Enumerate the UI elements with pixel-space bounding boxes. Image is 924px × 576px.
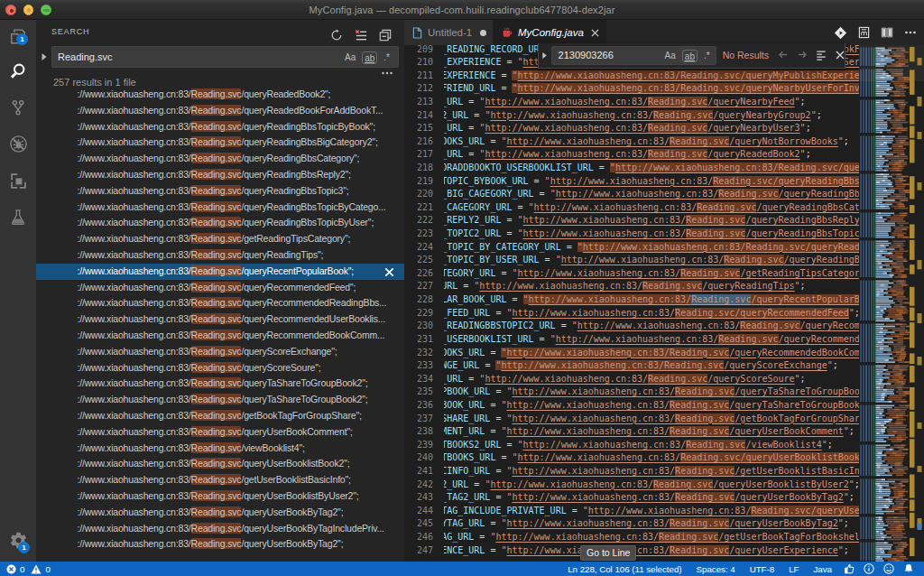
search-result-row[interactable]: ://www.xiaohuasheng.cn:83/Reading.svc/qu… xyxy=(36,135,404,151)
activity-item-extensions[interactable] xyxy=(0,163,36,199)
search-result-row[interactable]: ://www.xiaohuasheng.cn:83/Reading.svc/qu… xyxy=(36,328,404,344)
line-number: 233 xyxy=(417,359,433,373)
split-editor-icon[interactable] xyxy=(881,26,893,39)
search-result-row[interactable]: ://www.xiaohuasheng.cn:83/Reading.svc/qu… xyxy=(36,103,404,119)
code-line: MENT_URL = "http://www.xiaohuasheng.cn:8… xyxy=(444,425,855,439)
toggle-replace-chevron-icon[interactable] xyxy=(38,50,51,64)
clear-search-results-icon[interactable] xyxy=(353,23,369,47)
refresh-icon[interactable] xyxy=(328,23,345,47)
code-line: 2_URL = "http://www.xiaohuasheng.cn:83/R… xyxy=(444,109,822,123)
language-status[interactable]: Java xyxy=(807,564,840,574)
smiley-icon[interactable] xyxy=(879,563,899,574)
match-highlight: Reading.svc xyxy=(191,458,242,469)
result-text-suffix: /queryRecentPopularBook"; xyxy=(241,265,354,276)
match-highlight: Reading.svc xyxy=(191,121,242,132)
result-text-suffix: /queryReadingBbsCategory"; xyxy=(241,153,359,163)
search-result-row[interactable]: ://www.xiaohuasheng.cn:83/Reading.svc/ge… xyxy=(36,472,404,488)
result-text-prefix: ://www.xiaohuasheng.cn:83/ xyxy=(78,458,191,469)
info-icon[interactable] xyxy=(859,563,879,574)
activity-item-debug[interactable] xyxy=(0,126,36,163)
search-result-row[interactable]: ://www.xiaohuasheng.cn:83/Reading.svc/qu… xyxy=(36,488,404,505)
run-icon[interactable] xyxy=(834,26,847,40)
result-text-suffix: /queryReadingBbsTopicByCatego... xyxy=(241,201,385,212)
activity-item-test-explorer[interactable] xyxy=(0,200,36,236)
search-result-row[interactable]: ://www.xiaohuasheng.cn:83/Reading.svc/qu… xyxy=(36,344,404,360)
search-result-row[interactable]: ://www.xiaohuasheng.cn:83/Reading.svc/qu… xyxy=(36,87,404,103)
search-result-row[interactable]: ://www.xiaohuasheng.cn:83/Reading.svc/qu… xyxy=(36,167,404,183)
search-result-row[interactable]: ://www.xiaohuasheng.cn:83/Reading.svc/qu… xyxy=(36,392,404,408)
search-result-row[interactable]: ://www.xiaohuasheng.cn:83/Reading.svc/qu… xyxy=(36,295,404,311)
line-number: 215 xyxy=(417,122,433,135)
search-result-row[interactable]: ://www.xiaohuasheng.cn:83/Reading.svc/qu… xyxy=(36,536,404,553)
search-result-row[interactable]: ://www.xiaohuasheng.cn:83/Reading.svc/ge… xyxy=(36,408,404,424)
search-result-row[interactable]: ://www.xiaohuasheng.cn:83/Reading.svc/qu… xyxy=(36,456,404,472)
minimap[interactable] xyxy=(859,45,924,562)
search-result-row[interactable]: ://www.xiaohuasheng.cn:83/Reading.svc/qu… xyxy=(36,424,404,441)
activity-item-source-control[interactable] xyxy=(0,89,36,125)
next-match-icon[interactable] xyxy=(797,47,808,63)
search-result-row[interactable]: ://www.xiaohuasheng.cn:83/Reading.svc/qu… xyxy=(36,247,404,264)
search-result-row[interactable]: ://www.xiaohuasheng.cn:83/Reading.svc/qu… xyxy=(36,505,404,521)
code-line: 2_URL = "http://www.xiaohuasheng.cn:83/R… xyxy=(444,478,859,492)
open-preview-icon[interactable] xyxy=(858,26,870,39)
find-input[interactable]: 2130903266 Aa ab .* xyxy=(551,46,716,65)
close-icon[interactable] xyxy=(836,51,845,60)
result-text-prefix: ://www.xiaohuasheng.cn:83/ xyxy=(78,265,191,276)
line-number: 235 xyxy=(417,386,433,399)
java-icon xyxy=(502,27,513,38)
search-result-row[interactable]: ://www.xiaohuasheng.cn:83/Reading.svc/qu… xyxy=(36,200,404,216)
search-result-row[interactable]: ://www.xiaohuasheng.cn:83/Reading.svc/qu… xyxy=(36,311,404,328)
tab-label: Untitled-1 xyxy=(428,27,472,38)
activity-item-settings[interactable]: 1 xyxy=(0,522,36,558)
more-actions-icon[interactable] xyxy=(381,66,395,77)
previous-match-icon[interactable] xyxy=(778,47,789,63)
more-actions-icon[interactable] xyxy=(904,27,917,38)
indentation-status[interactable]: Spaces: 4 xyxy=(689,564,743,574)
code-line: AG_URL = "http://www.xiaohuasheng.cn:83/… xyxy=(444,531,859,544)
close-tab-icon[interactable] xyxy=(591,29,599,37)
modified-dot-icon[interactable] xyxy=(480,30,486,36)
search-result-row[interactable]: ://www.xiaohuasheng.cn:83/Reading.svc/qu… xyxy=(36,376,404,392)
regex-toggle[interactable]: .* xyxy=(383,51,391,64)
tab-untitled-1[interactable]: Untitled-1 xyxy=(404,20,494,45)
match-case-toggle[interactable]: Aa xyxy=(344,51,356,64)
find-in-selection-icon[interactable] xyxy=(816,50,827,60)
search-result-row[interactable]: ://www.xiaohuasheng.cn:83/Reading.svc/qu… xyxy=(36,280,404,296)
line-number: 237 xyxy=(417,413,433,426)
result-text-prefix: ://www.xiaohuasheng.cn:83/ xyxy=(78,297,191,308)
regex-toggle[interactable]: .* xyxy=(703,50,711,62)
search-result-row[interactable]: ://www.xiaohuasheng.cn:83/Reading.svc/vi… xyxy=(36,441,404,457)
encoding-status[interactable]: UTF-8 xyxy=(743,564,782,574)
activity-item-explorer[interactable]: 1 xyxy=(0,18,36,54)
bell-icon[interactable] xyxy=(899,563,919,574)
search-result-row[interactable]: ://www.xiaohuasheng.cn:83/Reading.svc/qu… xyxy=(36,151,404,167)
feedback-icon[interactable] xyxy=(839,563,859,574)
toggle-replace-chevron-icon[interactable] xyxy=(539,51,551,60)
cursor-position[interactable]: Ln 228, Col 106 (11 selected) xyxy=(560,564,688,574)
warning-count: 0 xyxy=(45,564,50,574)
code-editor[interactable]: 2092102112122132142152162172182192202212… xyxy=(404,45,924,562)
dismiss-result-icon[interactable] xyxy=(384,266,394,276)
search-result-row[interactable]: ://www.xiaohuasheng.cn:83/Reading.svc/qu… xyxy=(36,521,404,537)
match-highlight: Reading.svc xyxy=(191,201,242,212)
activity-item-search[interactable] xyxy=(0,53,36,89)
problems-status[interactable]: 0 0 xyxy=(6,564,51,574)
search-result-row[interactable]: ://www.xiaohuasheng.cn:83/Reading.svc/qu… xyxy=(36,215,404,231)
result-text-prefix: ://www.xiaohuasheng.cn:83/ xyxy=(78,538,191,549)
search-input[interactable]: Reading.svc Aa ab .* xyxy=(51,46,399,68)
collapse-all-icon[interactable] xyxy=(377,23,393,47)
whole-word-toggle[interactable]: ab xyxy=(682,50,698,62)
result-text-prefix: ://www.xiaohuasheng.cn:83/ xyxy=(78,474,191,485)
search-result-row[interactable]: ://www.xiaohuasheng.cn:83/Reading.svc/qu… xyxy=(36,264,404,280)
whole-word-toggle[interactable]: ab xyxy=(362,51,377,64)
match-highlight: Reading.svc xyxy=(191,362,242,373)
eol-status[interactable]: LF xyxy=(781,564,806,574)
search-result-row[interactable]: ://www.xiaohuasheng.cn:83/Reading.svc/ge… xyxy=(36,231,404,247)
search-result-row[interactable]: ://www.xiaohuasheng.cn:83/Reading.svc/qu… xyxy=(36,119,404,135)
search-result-row[interactable]: ://www.xiaohuasheng.cn:83/Reading.svc/qu… xyxy=(36,360,404,376)
match-case-toggle[interactable]: Aa xyxy=(664,50,677,62)
match-highlight: Reading.svc xyxy=(191,490,242,501)
tab-myconfig-java[interactable]: MyConfig.java xyxy=(494,20,606,45)
code-line: URL = "http://www.xiaohuasheng.cn:83/Rea… xyxy=(444,280,806,293)
search-result-row[interactable]: ://www.xiaohuasheng.cn:83/Reading.svc/qu… xyxy=(36,183,404,200)
